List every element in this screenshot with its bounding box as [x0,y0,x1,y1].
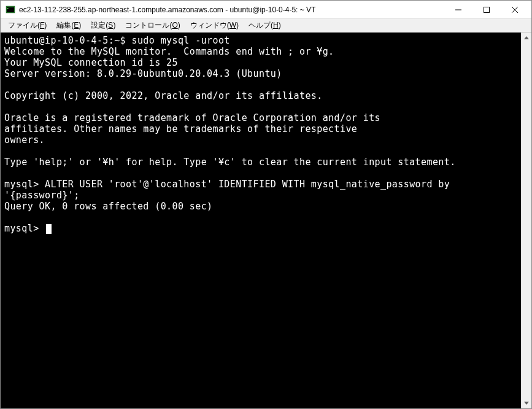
terminal-wrapper: ubuntu@ip-10-0-4-5:~$ sudo mysql -uroot … [1,33,531,408]
terminal-line: ubuntu@ip-10-0-4-5:~$ sudo mysql -uroot [4,35,230,46]
menu-settings[interactable]: 設定(S) [86,19,120,32]
titlebar: ec2-13-112-238-255.ap-northeast-1.comput… [1,1,531,19]
terminal[interactable]: ubuntu@ip-10-0-4-5:~$ sudo mysql -uroot … [1,33,521,408]
terminal-line: mysql> [4,223,45,234]
terminal-line: Your MySQL connection id is 25 [4,57,178,68]
window-title: ec2-13-112-238-255.ap-northeast-1.comput… [19,6,444,14]
scroll-track[interactable] [522,43,531,398]
menu-edit[interactable]: 編集(E) [52,19,86,32]
terminal-line: Welcome to the MySQL monitor. Commands e… [4,46,334,57]
close-button[interactable] [501,1,529,18]
scrollbar[interactable] [521,33,531,408]
maximize-button[interactable] [472,1,501,18]
menu-file[interactable]: ファイル(F) [3,19,52,32]
svg-rect-4 [484,7,490,12]
minimize-button[interactable] [444,1,472,18]
scroll-down-button[interactable] [522,398,531,408]
scroll-up-button[interactable] [522,33,531,43]
terminal-line: mysql> ALTER USER 'root'@'localhost' IDE… [4,179,456,201]
menu-window[interactable]: ウィンドウ(W) [185,19,244,32]
terminal-line: Type 'help;' or '¥h' for help. Type '¥c'… [4,157,456,168]
terminal-line: affiliates. Other names may be trademark… [4,123,357,134]
terminal-line: Copyright (c) 2000, 2022, Oracle and/or … [4,90,323,101]
terminal-line: owners. [4,134,45,146]
terminal-line: Query OK, 0 rows affected (0.00 sec) [4,201,213,212]
terminal-line: Oracle is a registered trademark of Orac… [4,112,380,123]
terminal-line: Server version: 8.0.29-0ubuntu0.20.04.3 … [4,68,282,79]
svg-rect-2 [7,8,9,9]
svg-marker-8 [524,402,529,405]
menu-control[interactable]: コントロール(O) [120,19,185,32]
menubar: ファイル(F) 編集(E) 設定(S) コントロール(O) ウィンドウ(W) ヘ… [1,19,531,33]
menu-help[interactable]: ヘルプ(H) [244,19,286,32]
svg-marker-7 [524,36,529,39]
app-icon [6,5,15,15]
cursor [46,224,52,234]
window-controls [444,1,529,18]
